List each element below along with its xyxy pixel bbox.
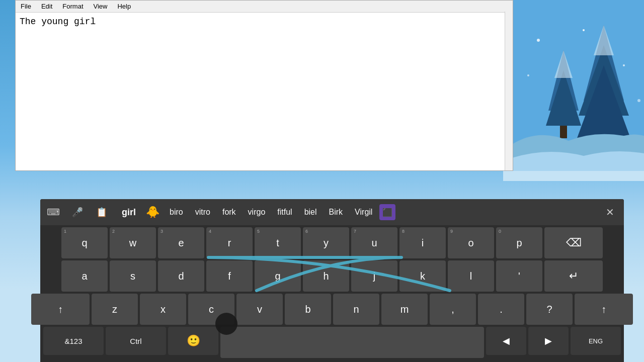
key-symbol[interactable]: &123 — [43, 327, 104, 355]
clipboard-icon[interactable]: 📋 — [94, 204, 110, 220]
menu-file[interactable]: File — [18, 2, 34, 11]
key-row-3: ↑ z x c v b n m , . ? ↑ — [43, 294, 621, 325]
notepad-menubar: File Edit Format View Help — [16, 1, 513, 13]
key-e[interactable]: 3e — [158, 227, 204, 258]
key-v[interactable]: v — [236, 294, 283, 325]
notepad-window: File Edit Format View Help The young gir… — [15, 0, 513, 171]
notepad-content[interactable]: The young girl — [16, 13, 513, 170]
key-ctrl[interactable]: Ctrl — [106, 327, 166, 355]
menu-format[interactable]: Format — [59, 2, 86, 11]
key-t[interactable]: 5t — [255, 227, 301, 258]
key-d[interactable]: d — [158, 260, 204, 292]
suggestion-fork[interactable]: fork — [217, 206, 241, 219]
suggestion-birk[interactable]: Birk — [324, 206, 348, 219]
key-backspace[interactable]: ⌫ — [544, 227, 603, 258]
key-question[interactable]: ? — [526, 294, 573, 325]
key-emoji[interactable]: 🙂 — [168, 327, 218, 355]
key-f[interactable]: f — [206, 260, 253, 292]
svg-rect-8 — [560, 126, 567, 138]
keyboard-container: ⌨ 🎤 📋 girl 🐥 biro vitro fork virgo fitfu… — [40, 199, 624, 362]
menu-edit[interactable]: Edit — [38, 2, 55, 11]
key-p[interactable]: 0p — [496, 227, 542, 258]
key-x[interactable]: x — [140, 294, 186, 325]
key-r[interactable]: 4r — [206, 227, 253, 258]
key-language[interactable]: ENG — [571, 327, 621, 355]
key-i[interactable]: 8i — [399, 227, 446, 258]
key-space[interactable] — [220, 327, 484, 358]
svg-point-15 — [637, 99, 640, 102]
key-k[interactable]: k — [399, 260, 446, 292]
key-row-2: a s d f g h j k l ' ↵ — [43, 260, 621, 292]
svg-point-12 — [623, 64, 625, 66]
key-left-arrow[interactable]: ◀ — [486, 327, 526, 355]
key-right-arrow[interactable]: ▶ — [528, 327, 569, 355]
key-y[interactable]: 6y — [303, 227, 349, 258]
suggestion-icons: ⌨ 🎤 📋 — [45, 204, 110, 220]
key-a[interactable]: a — [61, 260, 108, 292]
svg-point-13 — [583, 29, 585, 31]
suggestion-emoji[interactable]: 🐥 — [143, 206, 163, 219]
key-enter[interactable]: ↵ — [544, 260, 603, 292]
suggestion-girl[interactable]: girl — [117, 205, 141, 220]
key-u[interactable]: 7u — [351, 227, 397, 258]
svg-point-14 — [527, 74, 529, 76]
plugin-icon[interactable]: ⬛ — [379, 204, 395, 220]
suggestion-virgil[interactable]: Virgil — [350, 206, 377, 219]
menu-help[interactable]: Help — [114, 2, 134, 11]
key-row-1: 1q 2w 3e 4r 5t 6y 7u 8i 9o 0p ⌫ — [43, 227, 621, 258]
microphone-icon[interactable]: 🎤 — [69, 204, 86, 220]
key-h[interactable]: h — [303, 260, 349, 292]
key-m[interactable]: m — [381, 294, 428, 325]
key-w[interactable]: 2w — [110, 227, 156, 258]
scrollbar[interactable] — [505, 12, 513, 170]
key-l[interactable]: l — [448, 260, 494, 292]
key-q[interactable]: 1q — [61, 227, 108, 258]
suggestion-vitro[interactable]: vitro — [190, 206, 215, 219]
keyboard-toggle-icon[interactable]: ⌨ — [45, 204, 61, 220]
keyboard-rows: 1q 2w 3e 4r 5t 6y 7u 8i 9o 0p ⌫ a s d f … — [40, 225, 624, 362]
key-shift-left[interactable]: ↑ — [31, 294, 90, 325]
key-row-bottom: &123 Ctrl 🙂 ◀ ▶ ENG — [43, 327, 621, 358]
key-comma[interactable]: , — [430, 294, 476, 325]
key-o[interactable]: 9o — [448, 227, 494, 258]
desktop-scene — [503, 0, 644, 181]
key-z[interactable]: z — [92, 294, 138, 325]
suggestion-biro[interactable]: biro — [165, 206, 188, 219]
key-n[interactable]: n — [333, 294, 379, 325]
key-c[interactable]: c — [188, 294, 234, 325]
key-period[interactable]: . — [478, 294, 524, 325]
key-apostrophe[interactable]: ' — [496, 260, 542, 292]
key-g[interactable]: g — [255, 260, 301, 292]
suggestions-list: girl 🐥 biro vitro fork virgo fitful biel… — [117, 204, 599, 220]
key-s[interactable]: s — [110, 260, 156, 292]
suggestion-virgo[interactable]: virgo — [243, 206, 271, 219]
suggestion-fitful[interactable]: fitful — [272, 206, 297, 219]
key-j[interactable]: j — [351, 260, 397, 292]
key-b[interactable]: b — [285, 294, 331, 325]
keyboard-close-button[interactable]: ✕ — [601, 203, 619, 221]
svg-point-11 — [537, 39, 540, 42]
menu-view[interactable]: View — [91, 2, 111, 11]
suggestion-bar: ⌨ 🎤 📋 girl 🐥 biro vitro fork virgo fitfu… — [40, 199, 624, 225]
suggestion-biel[interactable]: biel — [299, 206, 322, 219]
key-shift-right[interactable]: ↑ — [575, 294, 633, 325]
